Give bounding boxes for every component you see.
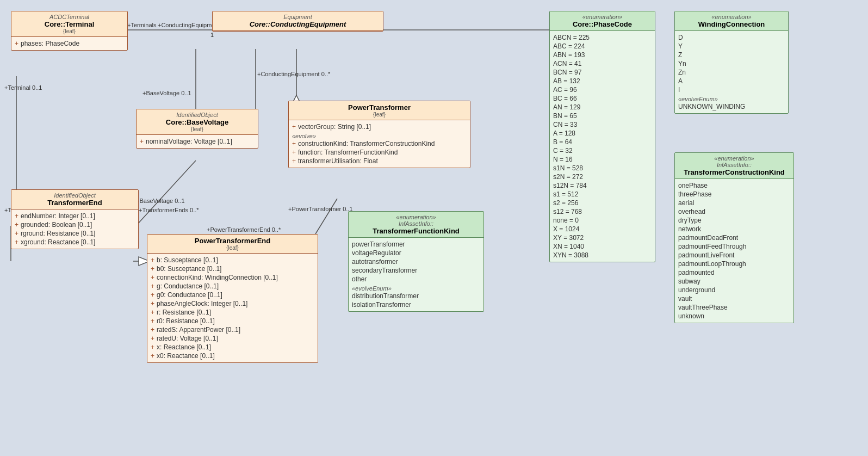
box-transformer-construction-kind: «enumeration» InfAssetInfo:: Transformer… [674,152,794,323]
box-power-transformer-end: PowerTransformerEnd {leaf} +b: Susceptan… [147,234,318,363]
power-transformer-attr-4: +transformerUtilisation: Float [292,157,467,165]
phase-code-body: ABCN = 225 ABC = 224 ABN = 193 ACN = 41 … [550,31,655,262]
wc-attr-3: Z [678,51,785,59]
pc-attr-14: C = 32 [553,146,652,155]
tck-header: «enumeration» InfAssetInfo:: Transformer… [675,153,793,179]
pte-attr-2: +b0: Susceptance [0..1] [151,264,314,273]
svg-line-10 [315,199,337,234]
power-transformer-classname: PowerTransformer [293,103,466,112]
pc-attr-21: s12 = 768 [553,207,652,216]
pc-attr-17: s2N = 272 [553,172,652,181]
tfk-evolve-label: «evolveEnum» [352,285,480,292]
label-basevoltage-upper: +BaseVoltage 0..1 [142,90,191,96]
tfk-classname: TransformerFunctionKind [353,227,479,235]
winding-connection-classname: WindingConnection [679,20,784,28]
tck-attr-16: unknown [678,312,790,321]
tfk-attr-2: voltageRegulator [352,249,480,257]
power-transformer-end-header: PowerTransformerEnd {leaf} [147,235,318,254]
winding-connection-header: «enumeration» WindingConnection [675,11,788,31]
box-base-voltage: IdentifiedObject Core::BaseVoltage {leaf… [136,109,258,149]
label-mult-1: 1 [210,32,214,38]
terminal-classname: Core::Terminal [16,20,123,28]
base-voltage-header: IdentifiedObject Core::BaseVoltage {leaf… [137,109,258,135]
pte-attr-5: +g0: Conductance [0..1] [151,291,314,299]
base-voltage-leaf: {leaf} [141,126,253,132]
power-transformer-end-leaf: {leaf} [152,245,313,251]
power-transformer-attr-3: +function: TransformerFunctionKind [292,148,467,157]
box-power-transformer: PowerTransformer {leaf} +vectorGroup: St… [288,101,470,168]
tck-attr-9: padmountLiveFront [678,251,790,260]
pte-attr-3: +connectionKind: WindingConnection [0..1… [151,273,314,282]
base-voltage-stereotype: IdentifiedObject [141,112,253,118]
transformer-end-attr-3: +rground: Resistance [0..1] [15,229,135,238]
wc-attr-7: I [678,85,785,94]
pte-attr-1: +b: Susceptance [0..1] [151,256,314,264]
phase-code-header: «enumeration» Core::PhaseCode [550,11,655,31]
pte-attr-7: +r: Resistance [0..1] [151,308,314,317]
tfk-attr-6: distributionTransformer [352,292,480,300]
tck-attr-12: subway [678,277,790,286]
wc-attr-2: Y [678,42,785,51]
pc-attr-1: ABCN = 225 [553,33,652,42]
pc-attr-19: s1 = 512 [553,190,652,199]
terminal-leaf: {leaf} [16,28,123,34]
conducting-equipment-header: Equipment Core::ConductingEquipment [213,11,383,31]
label-powertransformerend-assoc: +PowerTransformerEnd 0..* [207,226,281,233]
label-terminal-lower: +Terminal 0..1 [4,84,42,91]
tck-attr-6: network [678,225,790,233]
tfk-body: powerTransformer voltageRegulator autotr… [349,238,483,311]
tck-attr-15: vaultThreePhase [678,303,790,312]
label-conducting-eq: +ConductingEquipment [158,22,220,28]
tck-attr-4: overhead [678,207,790,216]
pc-attr-7: AC = 96 [553,85,652,94]
svg-line-7 [136,161,196,226]
terminal-stereotype: ACDCTerminal [16,14,123,20]
tfk-attr-3: autotransformer [352,257,480,266]
pc-attr-20: s2 = 256 [553,199,652,207]
tck-attr-7: padmountDeadFront [678,233,790,242]
pc-attr-5: BCN = 97 [553,68,652,77]
label-transformer-ends: +TransformerEnds 0..* [139,207,199,213]
tck-classname: TransformerConstructionKind [679,168,789,176]
transformer-end-header: IdentifiedObject TransformerEnd [11,190,138,209]
box-phase-code: «enumeration» Core::PhaseCode ABCN = 225… [549,11,655,262]
pc-attr-8: BC = 66 [553,94,652,103]
wc-attr-5: Zn [678,68,785,77]
pc-attr-10: BN = 65 [553,112,652,120]
winding-connection-stereotype: «enumeration» [679,14,784,20]
pc-attr-15: N = 16 [553,155,652,164]
power-transformer-end-classname: PowerTransformerEnd [152,237,313,245]
tck-attr-11: padmounted [678,268,790,277]
pc-attr-11: CN = 33 [553,120,652,129]
pc-attr-6: AB = 132 [553,77,652,85]
pc-attr-22: none = 0 [553,216,652,225]
pc-attr-24: XY = 3072 [553,233,652,242]
box-transformer-end: IdentifiedObject TransformerEnd +endNumb… [11,189,139,249]
pte-attr-11: +x: Reactance [0..1] [151,343,314,352]
transformer-end-stereotype: IdentifiedObject [16,192,134,199]
box-conducting-equipment: Equipment Core::ConductingEquipment [212,11,383,32]
tfk-attr-7: isolationTransformer [352,300,480,309]
tck-attr-14: vault [678,294,790,303]
pc-attr-16: s1N = 528 [553,164,652,172]
base-voltage-classname: Core::BaseVoltage [141,118,253,126]
pc-attr-4: ACN = 41 [553,59,652,68]
phase-code-classname: Core::PhaseCode [554,20,650,28]
tck-attr-5: dryType [678,216,790,225]
base-voltage-body: +nominalVoltage: Voltage [0..1] [137,135,258,148]
pc-attr-12: A = 128 [553,129,652,138]
conducting-equipment-stereotype: Equipment [217,14,379,20]
pc-attr-25: XN = 1040 [553,242,652,251]
tfk-stereotype2: InfAssetInfo:: [353,220,479,227]
tck-attr-1: onePhase [678,181,790,190]
base-voltage-attr-1: +nominalVoltage: Voltage [0..1] [140,137,255,146]
tck-body: onePhase threePhase aerial overhead dryT… [675,179,793,323]
box-terminal: ACDCTerminal Core::Terminal {leaf} +phas… [11,11,128,51]
tck-attr-2: threePhase [678,190,790,199]
tck-attr-8: padmountFeedThrough [678,242,790,251]
power-transformer-attr-2: +constructionKind: TransformerConstructi… [292,139,467,148]
pc-attr-9: AN = 129 [553,103,652,112]
terminal-attr-1: +phases: PhaseCode [15,39,124,48]
tfk-attr-4: secondaryTransformer [352,266,480,275]
wc-attr-6: A [678,77,785,85]
